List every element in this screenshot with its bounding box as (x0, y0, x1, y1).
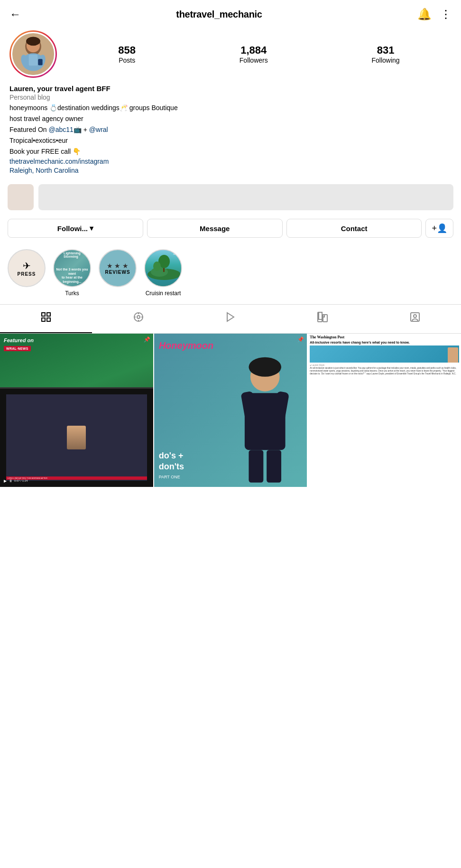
story-label-cruisin: Cruisin restart (146, 290, 181, 297)
honeymoon-dos: do's + (159, 451, 184, 461)
bio-website-link[interactable]: thetravelmechanic.com/instagram (9, 158, 452, 165)
bio-abc11-link[interactable]: @abc11 (49, 126, 74, 133)
header: ← thetravel_mechanic 🔔 ⋮ (0, 0, 461, 26)
story-item-reviews[interactable]: ★ ★ ★ REVIEWS (99, 249, 137, 297)
turks-content: LighteningStorming Not the 3 words you w… (54, 250, 90, 286)
following-label: Following (371, 56, 399, 64)
time-stamp: 0:07 / 1:24 (14, 479, 28, 482)
followers-stat[interactable]: 1,884 Followers (240, 44, 268, 64)
more-icon: ⋮ (440, 8, 452, 20)
tab-reels[interactable] (92, 305, 184, 333)
bio-name: Lauren, your travel agent BFF (9, 84, 452, 93)
headline-line3: what you need to know. (372, 341, 410, 344)
svg-rect-37 (267, 450, 281, 483)
bio-line2: host travel agency owner (9, 114, 452, 124)
tab-tagged[interactable] (369, 305, 461, 333)
bio-section: Lauren, your travel agent BFF Personal b… (0, 84, 461, 175)
message-button[interactable]: Message (147, 219, 283, 238)
header-icons: 🔔 ⋮ (417, 8, 452, 21)
turks-top-label: LighteningStorming (64, 252, 81, 258)
story-circle-turks: LighteningStorming Not the 3 words you w… (53, 249, 91, 287)
svg-point-30 (414, 315, 416, 317)
posts-count: 858 (118, 44, 136, 56)
message-label: Message (200, 224, 230, 233)
saved-icon (317, 311, 328, 326)
bio-line1: honeymoons 💍destination weddings🥂 groups… (9, 103, 452, 113)
avatar-ring (9, 30, 57, 78)
tab-saved[interactable] (277, 305, 369, 333)
svg-rect-17 (47, 313, 50, 316)
posts-label: Posts (119, 56, 135, 64)
story-label-turks: Turks (65, 290, 79, 297)
posts-stat[interactable]: 858 Posts (118, 44, 136, 64)
tv-screen: LONG LINES AT RDU THIS MORNING AFTER (0, 387, 153, 487)
highlight-thumb (8, 184, 34, 210)
wapost-person (448, 347, 458, 363)
cruisin-island (145, 249, 182, 286)
svg-point-3 (26, 37, 40, 46)
wapost-body: An all-inclusive vacation is just what i… (310, 367, 459, 376)
person-svg (223, 356, 307, 486)
tab-bar (0, 304, 461, 333)
post-wapost[interactable]: The Washington Post All-inclusive resort… (308, 334, 461, 487)
followers-count: 1,884 (240, 44, 267, 56)
avatar-image (12, 32, 54, 76)
svg-point-21 (137, 316, 140, 318)
svg-rect-16 (42, 313, 45, 316)
wapost-byline: ● Lauren Doyle (310, 364, 324, 366)
posts-grid: Featured on WRAL·NEWS LONG LINES AT RDU … (0, 334, 461, 487)
following-button[interactable]: Followi... ▾ (8, 219, 143, 238)
wapost-image (310, 345, 459, 363)
username-title: thetravel_mechanic (176, 9, 262, 20)
avatar-inner (11, 32, 55, 76)
following-stat[interactable]: 831 Following (371, 44, 399, 64)
highlight-wide (38, 184, 453, 210)
avatar[interactable] (9, 30, 57, 78)
bio-line3: Featured On @abc11📺 + @wral (9, 125, 452, 135)
bio-line4: Tropical•exotics•eur (9, 136, 452, 146)
notification-button[interactable]: 🔔 (417, 8, 432, 21)
story-circle-cruisin: icon (144, 249, 182, 287)
story-circle-reviews: ★ ★ ★ REVIEWS (99, 249, 137, 287)
stories-section: ✈ PRESS LighteningStorming Not the 3 wor… (0, 244, 461, 297)
profile-section: 858 Posts 1,884 Followers 831 Following (0, 26, 461, 78)
story-item-press[interactable]: ✈ PRESS (8, 249, 46, 297)
more-options-button[interactable]: ⋮ (440, 8, 452, 21)
tab-video[interactable] (184, 305, 277, 333)
highlights-bar (0, 179, 461, 215)
bio-location: Raleigh, North Carolina (9, 167, 79, 174)
reviews-stars: ★ ★ ★ (105, 262, 130, 270)
stats-row: 858 Posts 1,884 Followers 831 Following (66, 44, 452, 64)
contact-button[interactable]: Contact (286, 219, 422, 238)
story-item-cruisin[interactable]: icon Cruisin restart (144, 249, 182, 297)
reviews-content: ★ ★ ★ REVIEWS (105, 262, 130, 275)
add-person-icon: +👤 (432, 223, 447, 233)
post-wral[interactable]: Featured on WRAL·NEWS LONG LINES AT RDU … (0, 334, 153, 487)
reviews-label: REVIEWS (105, 270, 130, 275)
play-controls: ▶ ⏸ 0:07 / 1:24 (4, 479, 28, 483)
wapost-headline: All-inclusive resorts have chang here's … (310, 340, 409, 345)
followers-label: Followers (240, 56, 268, 64)
bio-wral-link[interactable]: @wral (89, 126, 108, 133)
story-item-turks[interactable]: LighteningStorming Not the 3 words you w… (53, 249, 91, 297)
post-wapost-inner: The Washington Post All-inclusive resort… (308, 334, 461, 487)
svg-rect-19 (47, 318, 50, 321)
press-plane-icon: ✈ (18, 260, 36, 271)
honeymoon-part: PART ONE (159, 475, 180, 479)
profile-top: 858 Posts 1,884 Followers 831 Following (9, 30, 452, 78)
tagged-icon (409, 311, 421, 326)
turks-overlay-text: Not the 3 words you wantto hear at the b… (55, 268, 89, 284)
pause-icon: ⏸ (9, 479, 12, 483)
add-person-button[interactable]: +👤 (425, 219, 453, 238)
svg-rect-36 (249, 450, 263, 483)
pin-icon-post1: 📌 (144, 336, 150, 343)
following-count: 831 (377, 44, 395, 56)
post-wral-inner: Featured on WRAL·NEWS LONG LINES AT RDU … (0, 334, 153, 487)
bio-category: Personal blog (9, 93, 452, 101)
grid-icon (40, 311, 52, 326)
tab-grid[interactable] (0, 305, 92, 333)
play-icon-small: ▶ (4, 479, 7, 483)
reels-icon (133, 311, 144, 326)
post-honeymoon[interactable]: Honeymoon do's + don'ts PART ONE 📌 (154, 334, 307, 487)
back-button[interactable]: ← (9, 8, 21, 21)
